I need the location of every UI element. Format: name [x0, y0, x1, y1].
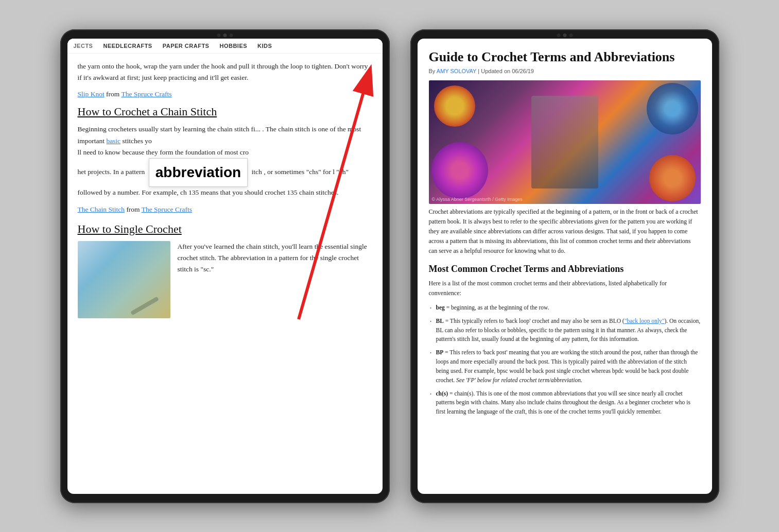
- article-hero-image: © Alyssa Abner Sergeantsrth / Getty Imag…: [429, 80, 701, 204]
- body-part-3: stitches yo: [123, 137, 152, 145]
- right-screen: Guide to Crochet Terms and Abbreviations…: [418, 39, 712, 494]
- terms-intro: Here is a list of the most common croche…: [429, 279, 701, 298]
- term-beg: beg: [436, 304, 445, 311]
- from-text-1: from: [106, 90, 121, 98]
- camera-dot: [229, 33, 233, 37]
- single-crochet-body: After you've learned the chain stitch, y…: [178, 241, 372, 313]
- abbreviation-tooltip: abbreviation: [149, 158, 248, 187]
- article-title: Guide to Crochet Terms and Abbreviations: [429, 49, 701, 65]
- nav-item-needlecrafts[interactable]: NEEDLECRAFTS: [103, 43, 152, 49]
- term-bl-def: = This typically refers to 'back loop' c…: [436, 318, 701, 342]
- body-part-cut: ...: [255, 125, 261, 133]
- term-chs-def: = chain(s). This is one of the most comm…: [436, 390, 690, 415]
- single-crochet-section: How to Single Crochet After you've learn…: [78, 222, 372, 318]
- term-bp-note: See 'FP' below for related crochet term/…: [456, 377, 582, 383]
- chain-stitch-heading: How to Crochet a Chain Stitch: [78, 105, 372, 118]
- article-updated: Updated on 06/26/19: [481, 68, 534, 74]
- slip-knot-link[interactable]: Slip Knot: [78, 90, 105, 98]
- body-part-5: het projects. In a pattern: [78, 168, 145, 176]
- list-item: BP = This refers to 'back post' meaning …: [429, 348, 701, 385]
- terms-subheading: Most Common Crochet Terms and Abbreviati…: [429, 264, 701, 274]
- camera-dot: [563, 33, 566, 37]
- basic-link[interactable]: basic: [106, 137, 120, 145]
- spruce-crafts-link-1[interactable]: The Spruce Crafts: [121, 90, 171, 98]
- right-article: Guide to Crochet Terms and Abbreviations…: [418, 39, 712, 494]
- single-crochet-heading: How to Single Crochet: [78, 222, 372, 236]
- article-body-text: Crochet abbreviations are typically spec…: [429, 207, 701, 256]
- left-screen: JECTS NEEDLECRAFTS PAPER CRAFTS HOBBIES …: [67, 39, 383, 494]
- camera-dot: [217, 33, 220, 37]
- article-byline: By AMY SOLOVAY | Updated on 06/26/19: [429, 68, 701, 74]
- right-tablet: Guide to Crochet Terms and Abbreviations…: [410, 29, 719, 503]
- intro-paragraph: the yarn onto the hook, wrap the yarn un…: [78, 61, 372, 84]
- term-bl: BL: [436, 318, 444, 324]
- spruce-crafts-link-2[interactable]: The Spruce Crafts: [142, 205, 192, 213]
- tablets-container: JECTS NEEDLECRAFTS PAPER CRAFTS HOBBIES …: [60, 29, 719, 503]
- left-tablet: JECTS NEEDLECRAFTS PAPER CRAFTS HOBBIES …: [60, 29, 390, 503]
- chain-stitch-body: Beginning crocheters usually start by le…: [78, 124, 372, 198]
- term-chs: ch(s): [436, 390, 448, 397]
- from-text-2: from: [126, 205, 141, 213]
- term-bp-def: = This refers to 'back post' meaning tha…: [436, 349, 698, 383]
- body-part-1: Beginning crocheters usually start by le…: [78, 125, 255, 133]
- term-bp: BP: [436, 349, 444, 355]
- camera-dot: [223, 33, 227, 37]
- nav-bar: JECTS NEEDLECRAFTS PAPER CRAFTS HOBBIES …: [67, 39, 383, 54]
- body-part-6: itch: [252, 168, 262, 176]
- author-link[interactable]: AMY SOLOVAY: [437, 68, 476, 74]
- nav-item-projects[interactable]: JECTS: [74, 43, 93, 49]
- body-part-7: , or sometimes "chs" for l: [264, 168, 335, 176]
- blo-link[interactable]: "back loop only": [625, 318, 665, 324]
- nav-item-kids[interactable]: KIDS: [257, 43, 272, 49]
- terms-list: beg = beginning, as at the beginning of …: [429, 303, 701, 417]
- camera-dot: [569, 33, 573, 37]
- chain-stitch-link[interactable]: The Chain Stitch: [78, 205, 125, 213]
- term-beg-def: = beginning, as at the beginning of the …: [446, 304, 549, 311]
- list-item: BL = This typically refers to 'back loop…: [429, 317, 701, 344]
- nav-item-hobbies[interactable]: HOBBIES: [219, 43, 247, 49]
- tablet-camera-right: [557, 33, 573, 37]
- chain-stitch-link-para: The Chain Stitch from The Spruce Crafts: [78, 204, 372, 215]
- article-content-left: the yarn onto the hook, wrap the yarn un…: [67, 54, 383, 494]
- byline-by: By: [429, 68, 436, 74]
- intro-text: the yarn onto the hook, wrap the yarn un…: [78, 62, 368, 81]
- crochet-image: [78, 241, 170, 318]
- body-part-4: ll need to know because they form the fo…: [78, 148, 249, 156]
- list-item: beg = beginning, as at the beginning of …: [429, 303, 701, 313]
- single-crochet-layout: After you've learned the chain stitch, y…: [78, 241, 372, 318]
- list-item: ch(s) = chain(s). This is one of the mos…: [429, 389, 701, 417]
- nav-item-paper-crafts[interactable]: PAPER CRAFTS: [163, 43, 210, 49]
- hero-credit: © Alyssa Abner Sergeantsrth / Getty Imag…: [432, 197, 523, 202]
- tablet-camera-left: [217, 33, 233, 37]
- slip-knot-paragraph: Slip Knot from The Spruce Crafts: [78, 89, 372, 100]
- camera-dot: [557, 33, 560, 37]
